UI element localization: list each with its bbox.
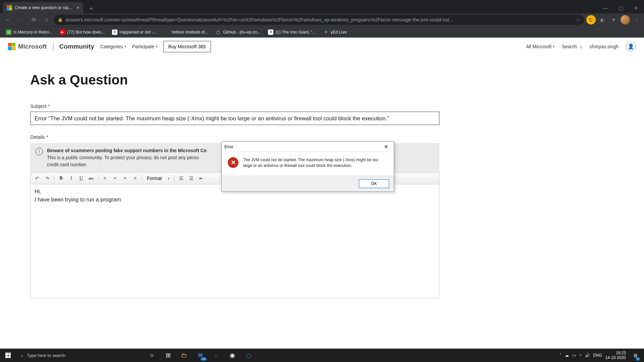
wifi-icon[interactable]: ⌔ [579,353,582,358]
search-icon: ⌕ [21,353,23,358]
bookmark-star-icon[interactable]: ☆ [576,17,580,22]
action-center-icon[interactable]: ▤3 [629,349,641,362]
brand-text: Microsoft [18,43,47,50]
cortana-icon[interactable]: ○ [144,349,160,362]
tray-chevron-icon[interactable]: ˄ [559,353,561,358]
align-center-button[interactable]: ≡ [110,174,120,183]
details-label: Details * [30,134,614,140]
search-button[interactable]: Search ⌕ [562,44,582,49]
align-justify-button[interactable]: ≡ [130,174,140,183]
reload-button[interactable]: ⟳ [28,14,39,25]
bookmark-item[interactable]: 9Happened or not -... [112,29,157,35]
chevron-down-icon: ▾ [156,45,157,48]
battery-icon[interactable]: ▭ [572,353,576,358]
maximize-button[interactable]: ▢ [613,3,629,13]
extension-icon[interactable]: C [586,15,596,24]
address-row: ← → ⟳ ⌂ 🔒 answers.microsoft.com/en-us/ne… [0,13,644,26]
subject-input[interactable] [30,112,439,125]
close-window-button[interactable]: ✕ [629,3,644,13]
taskbar-search[interactable]: ⌕ Type here to search [16,349,144,362]
extensions-menu-icon[interactable]: ✦ [609,15,619,24]
browser-tab[interactable]: Create a new question or start a × [3,2,83,13]
onedrive-icon[interactable]: ☁ [565,353,569,358]
back-button[interactable]: ← [3,14,13,25]
teams-icon[interactable]: ⛬ [209,349,224,362]
system-tray: ˄ ☁ ▭ ⌔ 🔊 ENG 19:23 14-10-2020 ▤3 [559,349,644,362]
user-name[interactable]: shreyas.singh [590,44,619,49]
search-icon: ⌕ [578,44,582,49]
profile-avatar[interactable] [621,15,630,24]
browser-chrome: Create a new question or start a × + ― ▢… [0,0,644,38]
bookmark-item[interactable]: ✲yEd Live [323,29,347,35]
participate-dropdown[interactable]: Participate▾ [132,44,157,49]
bookmarks-bar: ◎Is Mercury in Retro... ▶(77) But how do… [0,26,644,38]
align-right-button[interactable]: ≡ [120,174,130,183]
align-left-button[interactable]: ≡ [100,174,110,183]
extension-icon[interactable]: ◐ [598,15,607,24]
outdent-button[interactable]: ⇤ [197,174,206,183]
close-tab-icon[interactable]: × [76,5,79,10]
bookmark-item[interactable]: Vellore Institute of... [164,29,208,35]
editor-line: I have been trying to run a program [35,196,435,204]
italic-button[interactable]: I [66,174,76,183]
user-avatar-icon[interactable]: 👤 [626,42,636,52]
kebab-menu-icon[interactable]: ⋮ [632,15,641,24]
categories-dropdown[interactable]: Categories▾ [100,44,126,49]
dialog-title: Error [224,144,233,149]
undo-button[interactable]: ↶ [33,174,42,183]
clock-date: 14-10-2020 [605,355,626,360]
strikethrough-button[interactable]: abc [87,174,96,183]
forward-button[interactable]: → [15,14,26,25]
file-explorer-icon[interactable]: 🗀 [176,349,192,362]
clock[interactable]: 19:23 14-10-2020 [605,351,626,360]
chevron-down-icon: ▾ [124,45,126,48]
format-dropdown[interactable]: Format▾ [144,176,172,181]
address-bar[interactable]: 🔒 answers.microsoft.com/en-us/newthread?… [54,15,584,25]
chevron-down-icon: ▾ [553,45,554,48]
divider [53,43,53,51]
start-button[interactable] [0,349,16,362]
bookmark-item[interactable]: 9(1) The Iron Giant, "... [268,29,316,35]
clock-time: 19:23 [605,351,626,355]
underline-button[interactable]: U [76,174,86,183]
window-controls: ― ▢ ✕ [598,3,644,13]
error-icon: ✕ [228,157,238,168]
bold-button[interactable]: B [56,174,66,183]
info-icon: ! [36,148,43,155]
new-tab-button[interactable]: + [87,4,96,13]
task-view-icon[interactable]: ⊞ [160,349,176,362]
bookmark-item[interactable]: ◎Is Mercury in Retro... [6,29,52,35]
bookmark-item[interactable]: ◯GitHub - jhu-ep-co... [216,29,261,35]
tab-title: Create a new question or start a [15,5,74,10]
windows-taskbar: ⌕ Type here to search ○ ⊞ 🗀 ✉13 ⛬ ◉ ◌ ˄ … [0,349,644,362]
microsoft-favicon [7,5,12,10]
extensions: C ◐ ✦ ⋮ [586,15,641,24]
github-icon: ◯ [216,29,221,35]
app-icon[interactable]: ◌ [241,349,256,362]
ordered-list-button[interactable]: ☰ [176,174,186,183]
bookmark-item[interactable]: ▶(77) But how does... [60,29,105,35]
lock-icon: 🔒 [58,17,63,22]
site-header: Microsoft Community Categories▾ Particip… [0,38,644,56]
chrome-icon[interactable]: ◉ [225,349,240,362]
volume-icon[interactable]: 🔊 [585,353,590,358]
minimize-button[interactable]: ― [598,3,613,13]
language-indicator[interactable]: ENG [593,353,602,358]
chevron-down-icon: ▾ [168,177,169,180]
home-button[interactable]: ⌂ [41,14,52,25]
dialog-titlebar[interactable]: Error ✕ [222,142,394,152]
subject-label: Subject * [30,104,614,109]
redo-button[interactable]: ↷ [43,174,52,183]
buy-microsoft-365-button[interactable]: Buy Microsoft 365 [163,41,211,52]
unordered-list-button[interactable]: ☰ [186,174,196,183]
dialog-message: The JVM could not be started. The maximu… [243,157,388,169]
microsoft-logo[interactable]: Microsoft [8,43,47,50]
dialog-close-button[interactable]: ✕ [381,143,391,150]
mail-icon[interactable]: ✉13 [193,349,208,362]
page-content: Microsoft Community Categories▾ Particip… [0,38,644,349]
url-text: answers.microsoft.com/en-us/newthread?th… [65,17,453,22]
details-editor[interactable]: Hi, I have been trying to run a program [30,184,439,298]
community-link[interactable]: Community [59,43,95,50]
ok-button[interactable]: OK [359,179,389,188]
all-microsoft-dropdown[interactable]: All Microsoft▾ [526,44,554,49]
